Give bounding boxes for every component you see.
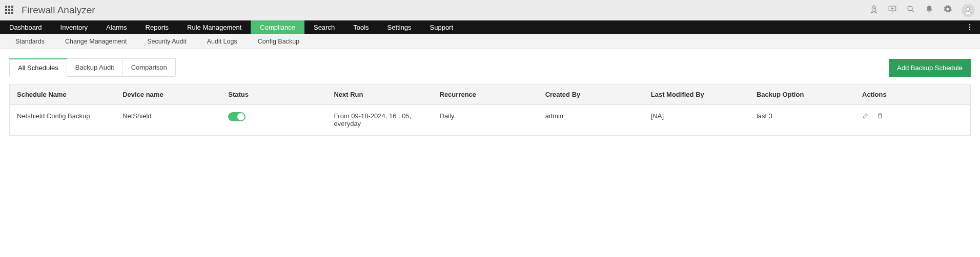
status-toggle[interactable] xyxy=(228,112,246,121)
tabs: All Schedules Backup Audit Comparison xyxy=(9,58,175,77)
subnav-config-backup[interactable]: Config Backup xyxy=(248,34,310,49)
nav-dashboard[interactable]: Dashboard xyxy=(0,20,51,34)
nav-reports[interactable]: Reports xyxy=(136,20,178,34)
cell-schedule-name: Netshield Config Backup xyxy=(10,105,115,135)
nav-settings[interactable]: Settings xyxy=(378,20,421,34)
cell-actions xyxy=(855,105,970,135)
nav-alarms[interactable]: Alarms xyxy=(97,20,136,34)
delete-icon[interactable] xyxy=(876,113,889,121)
th-recurrence: Recurrence xyxy=(433,84,538,105)
nav-more-icon[interactable] xyxy=(959,20,980,34)
content-area: All Schedules Backup Audit Comparison Ad… xyxy=(0,49,980,145)
cell-next-run: From 09-18-2024, 16 : 05, everyday xyxy=(326,105,432,135)
presentation-icon[interactable] xyxy=(888,5,897,15)
nav-rule-management[interactable]: Rule Management xyxy=(178,20,251,34)
cell-device-name: NetShield xyxy=(115,105,221,135)
svg-point-1 xyxy=(908,6,912,11)
th-created-by: Created By xyxy=(538,84,644,105)
cell-backup-option: last 3 xyxy=(749,105,855,135)
user-avatar[interactable] xyxy=(962,4,975,17)
apps-grid-icon[interactable] xyxy=(5,6,14,15)
svg-point-2 xyxy=(967,7,970,10)
gear-icon[interactable] xyxy=(943,5,952,15)
table-row: Netshield Config Backup NetShield From 0… xyxy=(10,105,970,135)
sub-nav: Standards Change Management Security Aud… xyxy=(0,34,980,49)
th-device-name: Device name xyxy=(115,84,221,105)
search-icon[interactable] xyxy=(906,5,915,15)
subnav-standards[interactable]: Standards xyxy=(5,34,55,49)
nav-tools[interactable]: Tools xyxy=(344,20,378,34)
svg-point-3 xyxy=(969,24,970,25)
schedules-table: Schedule Name Device name Status Next Ru… xyxy=(9,84,971,136)
th-last-modified-by: Last Modified By xyxy=(644,84,749,105)
bell-icon[interactable] xyxy=(925,5,934,15)
tab-all-schedules[interactable]: All Schedules xyxy=(9,58,67,76)
rocket-icon[interactable] xyxy=(869,5,879,15)
tab-backup-audit[interactable]: Backup Audit xyxy=(67,58,123,76)
th-backup-option: Backup Option xyxy=(749,84,855,105)
add-backup-schedule-button[interactable]: Add Backup Schedule xyxy=(889,59,971,77)
th-status: Status xyxy=(221,84,326,105)
top-right-toolbar xyxy=(869,4,975,17)
nav-inventory[interactable]: Inventory xyxy=(51,20,97,34)
cell-recurrence: Daily xyxy=(433,105,538,135)
nav-support[interactable]: Support xyxy=(421,20,463,34)
subnav-security-audit[interactable]: Security Audit xyxy=(137,34,196,49)
main-nav: Dashboard Inventory Alarms Reports Rule … xyxy=(0,20,980,34)
cell-status xyxy=(221,105,326,135)
svg-point-5 xyxy=(969,29,970,30)
table-header-row: Schedule Name Device name Status Next Ru… xyxy=(10,84,970,105)
top-header: Firewall Analyzer xyxy=(0,0,980,20)
cell-created-by: admin xyxy=(538,105,644,135)
nav-search[interactable]: Search xyxy=(304,20,344,34)
edit-icon[interactable] xyxy=(862,113,876,121)
app-title: Firewall Analyzer xyxy=(22,5,95,16)
th-next-run: Next Run xyxy=(326,84,432,105)
cell-last-modified-by: [NA] xyxy=(644,105,749,135)
tabs-row: All Schedules Backup Audit Comparison Ad… xyxy=(9,58,971,77)
subnav-audit-logs[interactable]: Audit Logs xyxy=(197,34,248,49)
th-actions: Actions xyxy=(855,84,970,105)
svg-point-4 xyxy=(969,27,970,28)
tab-comparison[interactable]: Comparison xyxy=(122,58,176,76)
subnav-change-management[interactable]: Change Management xyxy=(55,34,137,49)
nav-compliance[interactable]: Compliance xyxy=(251,20,304,34)
th-schedule-name: Schedule Name xyxy=(10,84,115,105)
